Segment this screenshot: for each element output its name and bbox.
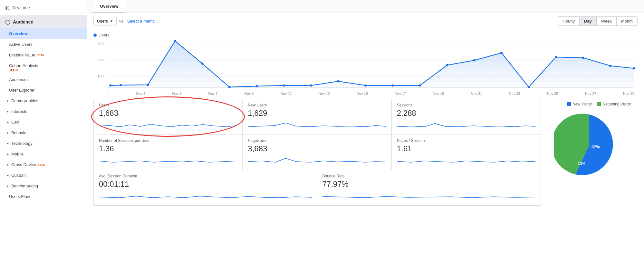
chart-dot bbox=[337, 80, 339, 83]
mini-chart-pageviews bbox=[248, 155, 386, 165]
chart-x-labels: ... Nov 3 Nov 5 Nov 7 Nov 9 Nov 11 Nov 1… bbox=[93, 91, 638, 95]
chart-dot bbox=[391, 85, 394, 87]
chevron-down-icon: ▼ bbox=[110, 19, 113, 23]
metric-title-sessions-per-user: Number of Sessions per User bbox=[99, 138, 237, 143]
mini-chart-spu bbox=[99, 155, 237, 165]
svg-text:300: 300 bbox=[97, 42, 103, 46]
x-label: Nov 29 bbox=[623, 92, 634, 95]
returning-visitor-color bbox=[597, 102, 601, 106]
sidebar-item-mobile[interactable]: ► Mobile bbox=[0, 149, 87, 159]
new-visitor-color bbox=[567, 102, 571, 106]
metric-cell-pages-session: Pages / Session 1.61 bbox=[392, 134, 541, 170]
sidebar-item-overview[interactable]: Overview bbox=[0, 28, 87, 39]
beta-badge-cross: BETA bbox=[37, 163, 45, 166]
chart-svg: 300 200 100 bbox=[93, 39, 638, 91]
chart-dot bbox=[555, 56, 557, 58]
sidebar-item-users-flow[interactable]: Users Flow bbox=[0, 191, 87, 202]
person-icon: ◯ bbox=[5, 19, 10, 25]
clock-icon: ◐ bbox=[5, 5, 10, 11]
metric-value-bounce-rate: 77.97% bbox=[322, 180, 536, 189]
metric-title-avg-session: Avg. Session Duration bbox=[99, 174, 312, 178]
metric-cell-bounce-rate: Bounce Rate 77.97% bbox=[317, 170, 541, 205]
sidebar-item-geo[interactable]: ► Geo bbox=[0, 117, 87, 127]
sidebar-item-custom[interactable]: ► Custom bbox=[0, 170, 87, 181]
sidebar-item-label: Users Flow bbox=[9, 194, 30, 199]
sidebar-item-user-explorer[interactable]: User Explorer bbox=[0, 85, 87, 95]
chart-dot bbox=[419, 85, 421, 87]
x-label: Nov 11 bbox=[281, 92, 292, 95]
sidebar-item-label: Benchmarking bbox=[11, 184, 38, 188]
sidebar-item-lifetime-value[interactable]: Lifetime Value BETA bbox=[0, 50, 87, 60]
sidebar-item-cohort-analysis[interactable]: Cohort Analysis BETA bbox=[0, 60, 87, 74]
metrics-row: Users 1,683 New Users 1,629 Sessions 2,2… bbox=[87, 95, 644, 269]
metric-value-sessions-per-user: 1.36 bbox=[99, 144, 237, 153]
sidebar-item-behavior[interactable]: ► Behavior bbox=[0, 127, 87, 138]
sidebar-item-cross-device[interactable]: ► Cross Device BETA bbox=[0, 159, 87, 170]
metric-value-sessions: 2,288 bbox=[397, 109, 535, 118]
arrow-icon: ► bbox=[6, 153, 9, 156]
metric-title-users: Users bbox=[99, 103, 237, 107]
x-label: Nov 19 bbox=[433, 92, 444, 95]
metric-value-pages-session: 1.61 bbox=[397, 144, 535, 153]
tab-overview[interactable]: Overview bbox=[93, 0, 125, 13]
legend-label: Users bbox=[99, 33, 110, 37]
metric-cell-sessions: Sessions 2,288 bbox=[392, 99, 541, 134]
metric-title-sessions: Sessions bbox=[397, 103, 535, 107]
audience-label: Audience bbox=[13, 19, 33, 25]
chart-legend: Users bbox=[93, 33, 638, 37]
x-label: Nov 21 bbox=[471, 92, 482, 95]
pie-chart-area: New Visitor Returning Visitor bbox=[541, 99, 638, 266]
mini-chart-avg-session bbox=[99, 191, 312, 200]
sidebar-item-benchmarking[interactable]: ► Benchmarking bbox=[0, 181, 87, 191]
toolbar: Users ▼ vs. Select a metric Hourly Day W… bbox=[87, 13, 644, 29]
time-btn-month[interactable]: Month bbox=[616, 16, 638, 26]
x-label: ... bbox=[106, 92, 109, 95]
chart-dot bbox=[473, 59, 476, 62]
mini-chart-pages-session bbox=[397, 155, 535, 165]
arrow-icon: ► bbox=[6, 184, 9, 188]
metrics-grid-top: Users 1,683 New Users 1,629 Sessions 2,2… bbox=[93, 99, 541, 170]
sidebar-item-label: Cross Device bbox=[11, 162, 36, 167]
svg-text:100: 100 bbox=[97, 74, 103, 78]
time-btn-hourly[interactable]: Hourly bbox=[558, 16, 580, 26]
chart-dot bbox=[255, 85, 258, 87]
metric-value-users: 1,683 bbox=[99, 109, 237, 118]
time-btn-day[interactable]: Day bbox=[579, 16, 597, 26]
metric-value-pageviews: 3,683 bbox=[248, 144, 386, 153]
arrow-icon: ► bbox=[6, 121, 9, 124]
metric-title-pageviews: Pageviews bbox=[248, 138, 386, 143]
sidebar-item-label: Demographics bbox=[11, 98, 38, 103]
chart-dot bbox=[500, 52, 503, 54]
chart-dot bbox=[446, 64, 448, 66]
sidebar-item-active-users[interactable]: Active Users bbox=[0, 39, 87, 50]
realtime-label: Realtime bbox=[12, 5, 30, 10]
metrics-grid-bottom: Avg. Session Duration 00:01:11 Bounce Ra… bbox=[93, 170, 541, 206]
select-metric-link[interactable]: Select a metric bbox=[127, 19, 155, 24]
sidebar-item-interests[interactable]: ► Interests bbox=[0, 106, 87, 117]
chart-dot bbox=[310, 85, 312, 87]
x-label: Nov 23 bbox=[509, 92, 520, 95]
beta-badge: BETA bbox=[36, 54, 44, 57]
metric-cell-sessions-per-user: Number of Sessions per User 1.36 bbox=[94, 134, 243, 170]
chart-dot bbox=[364, 85, 367, 87]
time-btn-week[interactable]: Week bbox=[596, 16, 617, 26]
audience-header[interactable]: ◯ Audience bbox=[0, 15, 87, 28]
arrow-icon: ► bbox=[6, 99, 9, 103]
x-label: Nov 25 bbox=[547, 92, 558, 95]
sidebar-item-demographics[interactable]: ► Demographics bbox=[0, 95, 87, 106]
beta-badge-cohort: BETA bbox=[10, 68, 18, 71]
metric-selector[interactable]: Users ▼ bbox=[93, 17, 117, 25]
x-label: Nov 17 bbox=[395, 92, 406, 95]
sidebar-item-label: Audiences bbox=[9, 77, 29, 82]
realtime-header[interactable]: ◐ Realtime bbox=[0, 0, 87, 15]
x-label: Nov 13 bbox=[319, 92, 330, 95]
x-label: Nov 5 bbox=[172, 92, 182, 95]
chart-dot bbox=[528, 86, 530, 88]
mini-chart-bounce bbox=[322, 191, 536, 200]
chart-dot bbox=[228, 86, 231, 88]
metric-cell-new-users: New Users 1,629 bbox=[243, 99, 391, 134]
legend-new-visitor: New Visitor bbox=[567, 102, 592, 106]
sidebar-item-label: Technology bbox=[11, 141, 33, 146]
sidebar-item-technology[interactable]: ► Technology bbox=[0, 138, 87, 149]
sidebar-item-audiences[interactable]: Audiences bbox=[0, 74, 87, 85]
